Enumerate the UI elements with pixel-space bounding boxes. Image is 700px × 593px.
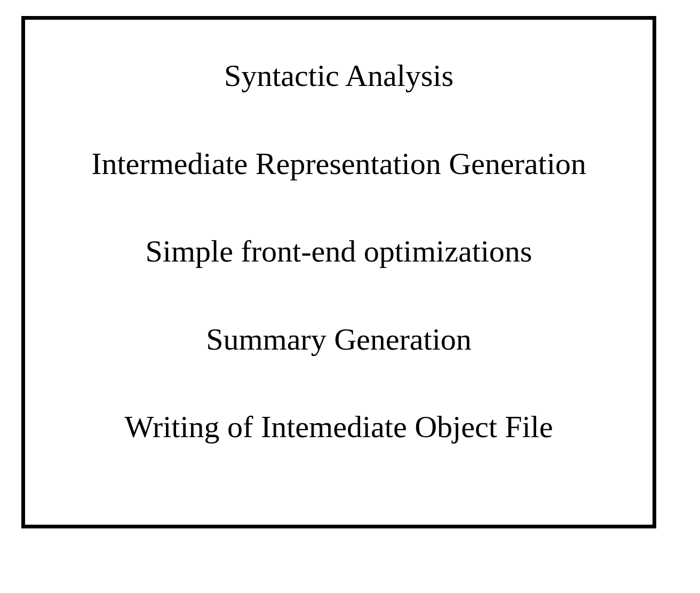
step-writing-of-intermediate-object-file: Writing of Intemediate Object File	[125, 408, 553, 446]
diagram-box: Syntactic Analysis Intermediate Represen…	[21, 16, 656, 528]
step-summary-generation: Summary Generation	[206, 321, 472, 358]
step-simple-front-end-optimizations: Simple front-end optimizations	[146, 233, 532, 270]
step-syntactic-analysis: Syntactic Analysis	[224, 57, 454, 94]
step-intermediate-representation-generation: Intermediate Representation Generation	[91, 145, 586, 183]
